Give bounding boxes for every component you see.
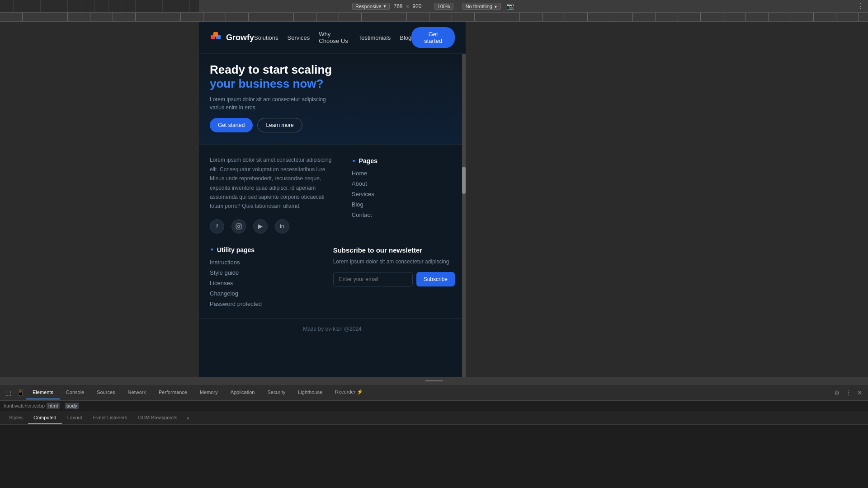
page-home[interactable]: Home xyxy=(352,170,455,177)
main-area: Growfy Solutions Services Why Choose Us … xyxy=(0,22,868,384)
svg-rect-2 xyxy=(213,32,218,37)
subtab-computed[interactable]: Computed xyxy=(28,412,62,424)
inspect-icon[interactable]: ⬚ xyxy=(2,387,15,398)
hero-cta-button[interactable]: Get started xyxy=(210,118,253,132)
svg-point-4 xyxy=(238,225,240,227)
width-value: 768 xyxy=(393,3,402,9)
site-logo: Growfy xyxy=(210,31,254,44)
tab-console[interactable]: Console xyxy=(60,386,90,399)
tab-network[interactable]: Network xyxy=(122,386,152,399)
footer-pages: Pages Home About Services Blog Contact xyxy=(352,155,455,233)
vertical-dots-icon[interactable]: ⋮ xyxy=(844,387,854,398)
devtools-content xyxy=(0,425,868,488)
facebook-icon[interactable]: f xyxy=(210,219,224,234)
tab-recorder[interactable]: Recorder ⚡ xyxy=(329,385,369,399)
height-value: 920 xyxy=(412,3,421,9)
subtab-layout[interactable]: Layout xyxy=(62,412,88,424)
ruler-left xyxy=(0,0,199,12)
zoom-selector[interactable]: 100% xyxy=(434,3,453,10)
hero-section: Ready to start scaling your business now… xyxy=(199,54,466,144)
hero-learn-more-button[interactable]: Learn more xyxy=(257,118,302,132)
newsletter-section: Subscribe to our newsletter Lorem ipsum … xyxy=(333,246,455,307)
left-gutter xyxy=(0,22,199,384)
nav-links: Solutions Services Why Choose Us Testimo… xyxy=(254,31,411,44)
logo-icon xyxy=(210,31,222,44)
tab-elements[interactable]: Elements xyxy=(26,386,60,399)
website-content: Growfy Solutions Services Why Choose Us … xyxy=(199,22,466,384)
device-icon[interactable]: 📱 xyxy=(15,387,26,398)
page-blog[interactable]: Blog xyxy=(352,201,455,208)
nav-why-choose[interactable]: Why Choose Us xyxy=(319,31,349,44)
toolbar-center: Responsive ▼ 768 x 920 100% No throttlin… xyxy=(352,2,516,11)
right-gutter xyxy=(466,22,868,384)
hero-description: Lorem ipsum dolor sit am consectetur adi… xyxy=(210,95,336,112)
site-footer: Lorem ipsum dolor sit amet consectetur a… xyxy=(199,144,466,339)
scrollbar-thumb[interactable] xyxy=(462,167,466,194)
throttle-selector[interactable]: No throttling ▼ xyxy=(462,3,501,10)
devtools-tabs-bar: ⬚ 📱 Elements Console Sources Network Per… xyxy=(0,385,868,401)
footer-bottom: Utility pages Instructions Style guide L… xyxy=(210,246,455,307)
breadcrumb-file[interactable]: html.watcher.webp xyxy=(4,403,45,408)
pages-title: Pages xyxy=(352,157,455,164)
subtab-event-listeners[interactable]: Event Listeners xyxy=(88,412,133,424)
youtube-icon[interactable]: ▶ xyxy=(253,219,268,234)
utility-section: Utility pages Instructions Style guide L… xyxy=(210,246,315,307)
pages-list: Home About Services Blog Contact xyxy=(352,170,455,218)
instagram-icon[interactable] xyxy=(231,219,246,234)
browser-toolbar: Responsive ▼ 768 x 920 100% No throttlin… xyxy=(0,0,868,13)
drag-handle[interactable] xyxy=(0,377,868,384)
tab-performance[interactable]: Performance xyxy=(152,386,193,399)
tab-lighthouse[interactable]: Lighthouse xyxy=(292,386,329,399)
dimension-x: x xyxy=(406,3,409,9)
subtab-dom-breakpoints[interactable]: DOM Breakpoints xyxy=(133,412,183,424)
responsive-selector[interactable]: Responsive ▼ xyxy=(352,3,390,10)
utility-title: Utility pages xyxy=(210,246,315,253)
utility-password[interactable]: Password protected xyxy=(210,300,315,307)
scrollbar[interactable] xyxy=(462,22,466,384)
newsletter-email-input[interactable] xyxy=(333,272,413,286)
linkedin-icon[interactable]: in xyxy=(275,219,289,234)
newsletter-form: Subscribe xyxy=(333,272,455,286)
footer-top: Lorem ipsum dolor sit amet consectetur a… xyxy=(210,155,455,233)
footer-description: Lorem ipsum dolor sit amet consectetur a… xyxy=(210,155,334,211)
utility-list: Instructions Style guide Licenses Change… xyxy=(210,259,315,307)
subtab-more[interactable]: » xyxy=(183,413,193,423)
tab-security[interactable]: Security xyxy=(261,386,292,399)
nav-blog[interactable]: Blog xyxy=(400,34,411,41)
page-services[interactable]: Services xyxy=(352,191,455,197)
page-about[interactable]: About xyxy=(352,180,455,187)
newsletter-subscribe-button[interactable]: Subscribe xyxy=(416,272,455,286)
subtab-styles[interactable]: Styles xyxy=(4,412,28,424)
newsletter-description: Lorem ipsum dolor sit am consectetur adi… xyxy=(333,258,455,266)
tab-application[interactable]: Application xyxy=(224,386,261,399)
nav-services[interactable]: Services xyxy=(288,34,310,41)
svg-rect-3 xyxy=(236,224,241,229)
nav-cta-button[interactable]: Get started xyxy=(411,27,455,48)
breadcrumb-html[interactable]: html xyxy=(47,403,60,409)
more-options-icon[interactable]: ⋮ xyxy=(857,2,864,10)
camera-icon[interactable]: 📷 xyxy=(505,2,516,11)
hero-buttons: Get started Learn more xyxy=(210,118,455,132)
devtools-panel: ⬚ 📱 Elements Console Sources Network Per… xyxy=(0,384,868,488)
website-preview: Growfy Solutions Services Why Choose Us … xyxy=(199,22,466,384)
nav-testimonials[interactable]: Testimonials xyxy=(359,34,391,41)
ruler-bar xyxy=(0,13,868,22)
toolbar-right: ⋮ xyxy=(857,2,864,10)
page-contact[interactable]: Contact xyxy=(352,211,455,218)
utility-instructions[interactable]: Instructions xyxy=(210,259,315,266)
devtools-tabs-right: ⚙ ⋮ ✕ xyxy=(832,387,866,398)
social-icons: f ▶ in xyxy=(210,219,334,234)
drag-handle-icon xyxy=(425,380,443,381)
close-devtools-icon[interactable]: ✕ xyxy=(855,387,864,398)
footer-left: Lorem ipsum dolor sit amet consectetur a… xyxy=(210,155,334,233)
tab-sources[interactable]: Sources xyxy=(90,386,121,399)
utility-changelog[interactable]: Changelog xyxy=(210,290,315,297)
breadcrumb-body[interactable]: body xyxy=(65,403,79,409)
utility-licenses[interactable]: Licenses xyxy=(210,280,315,286)
devtools-breadcrumb: html.watcher.webp html . body xyxy=(0,401,868,411)
settings-icon[interactable]: ⚙ xyxy=(832,387,842,398)
footer-copyright: Made by ev-klzn @2024 xyxy=(199,318,466,339)
nav-solutions[interactable]: Solutions xyxy=(254,34,278,41)
tab-memory[interactable]: Memory xyxy=(193,386,224,399)
utility-styleguide[interactable]: Style guide xyxy=(210,269,315,276)
